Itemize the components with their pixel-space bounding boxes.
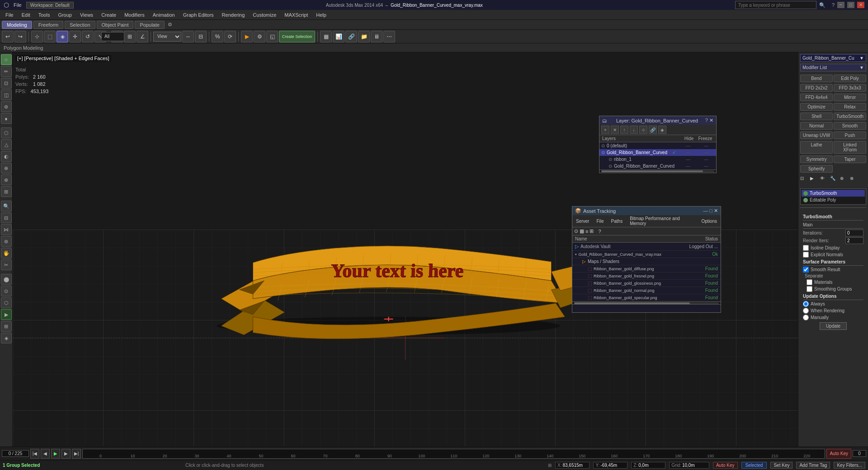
asset-tool-2[interactable]: ▦ bbox=[580, 228, 584, 234]
more-tools-btn[interactable]: ⋯ bbox=[383, 31, 395, 42]
mod-shell[interactable]: Shell bbox=[800, 113, 833, 120]
rotate-btn[interactable]: ↺ bbox=[82, 31, 94, 42]
auto-key-status[interactable]: Auto Key bbox=[713, 462, 738, 469]
left-icon-7[interactable]: △ bbox=[1, 139, 12, 150]
mod-normal[interactable]: Normal bbox=[800, 122, 833, 130]
tab-populate[interactable]: Populate bbox=[135, 21, 164, 29]
layer-new-btn[interactable]: + bbox=[601, 126, 609, 134]
asset-menu-server[interactable]: Server bbox=[574, 219, 591, 224]
panel-icon-hierarchy[interactable]: ⊡ bbox=[800, 176, 809, 185]
viewport[interactable]: [+] [Perspective] [Shaded + Edged Faces]… bbox=[13, 52, 798, 446]
panel-icon-motion[interactable]: ▶ bbox=[810, 176, 819, 185]
asset-menu-bitmap[interactable]: Bitmap Performance and Memory bbox=[628, 216, 696, 226]
asset-row-maps[interactable]: ▷ Maps / Shaders bbox=[572, 258, 721, 265]
render-iters-input[interactable] bbox=[845, 237, 863, 244]
asset-tool-4[interactable]: ⊞ bbox=[590, 228, 594, 234]
next-frame-btn[interactable]: ▶ bbox=[61, 449, 71, 459]
mod-mirror[interactable]: Mirror bbox=[834, 94, 866, 101]
left-icon-15[interactable]: ⊛ bbox=[1, 236, 12, 247]
left-icon-6[interactable]: ⬡ bbox=[1, 127, 12, 138]
mod-edit-poly[interactable]: Edit Poly bbox=[834, 75, 866, 82]
mod-ffd-2x2x2[interactable]: FFD 2x2x2 bbox=[800, 84, 833, 92]
layer-close-btn[interactable]: ✕ bbox=[709, 118, 713, 123]
asset-row-specular[interactable]: ⬚ Ribbon_Banner_gold_specular.png Found bbox=[572, 294, 721, 301]
asset-row-vault[interactable]: ▷ Autodesk Vault Logged Out ... bbox=[572, 243, 721, 251]
object-name-field[interactable]: Gold_Ribbon_Banner_Cu ▼ bbox=[800, 54, 866, 62]
layer-delete-btn[interactable]: ✕ bbox=[611, 126, 619, 134]
asset-tool-3[interactable]: ≡ bbox=[585, 229, 588, 234]
search-input[interactable] bbox=[735, 1, 816, 9]
mod-turbosmooth[interactable]: TurboSmooth bbox=[834, 113, 866, 120]
menu-tools[interactable]: Tools bbox=[35, 11, 54, 19]
layer-select-btn[interactable]: ⊹ bbox=[639, 126, 647, 134]
asset-row-gloss[interactable]: ⬚ Ribbon_Banner_gold_glossiness.png Foun… bbox=[572, 280, 721, 287]
set-key-btn[interactable]: Set Key bbox=[770, 462, 793, 469]
align-btn[interactable]: ⊟ bbox=[195, 31, 207, 42]
mirror-btn[interactable]: ↔ bbox=[182, 31, 194, 42]
modifier-list-dropdown[interactable]: Modifier List ▼ bbox=[800, 64, 866, 71]
tab-object-paint[interactable]: Object Paint bbox=[97, 21, 134, 29]
menu-modifiers[interactable]: Modifiers bbox=[121, 11, 148, 19]
left-icon-12[interactable]: 🔍 bbox=[1, 201, 12, 212]
menu-animation[interactable]: Animation bbox=[149, 11, 179, 19]
tab-modeling[interactable]: Modeling bbox=[2, 21, 32, 29]
stack-item-turbosmooth[interactable]: TurboSmooth bbox=[802, 190, 865, 197]
mod-spherify[interactable]: Spherify bbox=[800, 165, 833, 173]
asset-scrollbar[interactable] bbox=[572, 301, 721, 304]
percent-btn[interactable]: % bbox=[212, 31, 223, 42]
asset-row-diffuse[interactable]: ⬚ Ribbon_Banner_gold_diffuse.png Found bbox=[572, 265, 721, 273]
layer-highlight-btn[interactable]: ◈ bbox=[658, 126, 666, 134]
layer-row-gold-child[interactable]: ⊙ Gold_Ribbon_Banner_Curved — — bbox=[599, 163, 716, 169]
create-selection-btn[interactable]: Create Selection bbox=[279, 31, 315, 42]
left-icon-10[interactable]: ⊗ bbox=[1, 174, 12, 185]
spin-btn[interactable]: ⟳ bbox=[224, 31, 236, 42]
tab-freeform[interactable]: Freeform bbox=[33, 21, 64, 29]
asset-row-fresnel[interactable]: ⬚ Ribbon_Banner_gold_fresnel.png Found bbox=[572, 273, 721, 280]
left-icon-select[interactable]: ⊹ bbox=[1, 54, 12, 65]
prev-key-btn[interactable]: |◀ bbox=[30, 449, 39, 459]
layer-row-gold[interactable]: ⊙ Gold_Ribbon_Banner_Curved ✓ — — bbox=[599, 149, 716, 156]
menu-help[interactable]: Help bbox=[312, 11, 330, 19]
layer-row-0[interactable]: ⊙ 0 (default) — — bbox=[599, 142, 716, 149]
tab-selection[interactable]: Selection bbox=[65, 21, 95, 29]
asset-tool-1[interactable]: ⊙ bbox=[574, 228, 578, 234]
left-icon-2[interactable]: ⊡ bbox=[1, 78, 12, 89]
left-icon-19[interactable]: ⊙ bbox=[1, 286, 12, 296]
left-icon-20[interactable]: ⬡ bbox=[1, 297, 12, 308]
asset-menu-paths[interactable]: Paths bbox=[609, 219, 625, 224]
asset-maximize-btn[interactable]: □ bbox=[709, 208, 712, 214]
isoline-check[interactable] bbox=[803, 245, 809, 251]
mod-ffd-4x4x4[interactable]: FFD 4x4x4 bbox=[800, 94, 833, 101]
menu-maxscript[interactable]: MAXScript bbox=[281, 11, 311, 19]
mod-ffd-3x3x3[interactable]: FFD 3x3x3 bbox=[834, 84, 866, 92]
mod-smooth[interactable]: Smooth bbox=[834, 122, 866, 130]
menu-graph-editors[interactable]: Graph Editors bbox=[179, 11, 217, 19]
named-sel-btn[interactable]: ▦ bbox=[320, 31, 332, 42]
left-icon-11[interactable]: ⊞ bbox=[1, 186, 12, 197]
select-btn[interactable]: ⊹ bbox=[31, 31, 43, 42]
iterations-input[interactable] bbox=[845, 230, 863, 236]
panel-icon-utilities[interactable]: 🔧 bbox=[830, 176, 839, 185]
help-icon[interactable]: ? bbox=[832, 2, 835, 8]
mod-linked-xform[interactable]: Linked XForm bbox=[834, 141, 866, 154]
search-icon[interactable]: 🔍 bbox=[819, 2, 826, 8]
layer-row-ribbon1[interactable]: ⊙ ribbon_1 — — bbox=[599, 156, 716, 163]
object-name-dropdown[interactable]: ▼ bbox=[859, 56, 864, 61]
mod-push[interactable]: Push bbox=[834, 132, 866, 139]
panel-icon-extra[interactable]: ⊕ bbox=[840, 176, 849, 185]
menu-group[interactable]: Group bbox=[54, 11, 75, 19]
asset-tool-5[interactable]: ? bbox=[598, 229, 601, 234]
layer-link-btn[interactable]: 🔗 bbox=[649, 126, 657, 134]
left-icon-18[interactable]: ⬤ bbox=[1, 274, 12, 285]
add-time-tag-btn[interactable]: Add Time Tag bbox=[796, 462, 830, 469]
select-region-btn[interactable]: ⬚ bbox=[44, 31, 56, 42]
asset-row-normal[interactable]: ⬚ Ribbon_Banner_gold_normal.png Found bbox=[572, 287, 721, 294]
snap-angle[interactable]: ∠ bbox=[137, 31, 148, 42]
mod-lathe[interactable]: Lathe bbox=[800, 141, 833, 154]
asset-menu-file[interactable]: File bbox=[594, 219, 605, 224]
left-icon-4[interactable]: ⊛ bbox=[1, 101, 12, 112]
layer-move-down-btn[interactable]: ↓ bbox=[630, 126, 638, 134]
menu-views[interactable]: Views bbox=[76, 11, 97, 19]
schematic-btn[interactable]: 🔗 bbox=[345, 31, 357, 42]
mod-relax[interactable]: Relax bbox=[834, 103, 866, 111]
